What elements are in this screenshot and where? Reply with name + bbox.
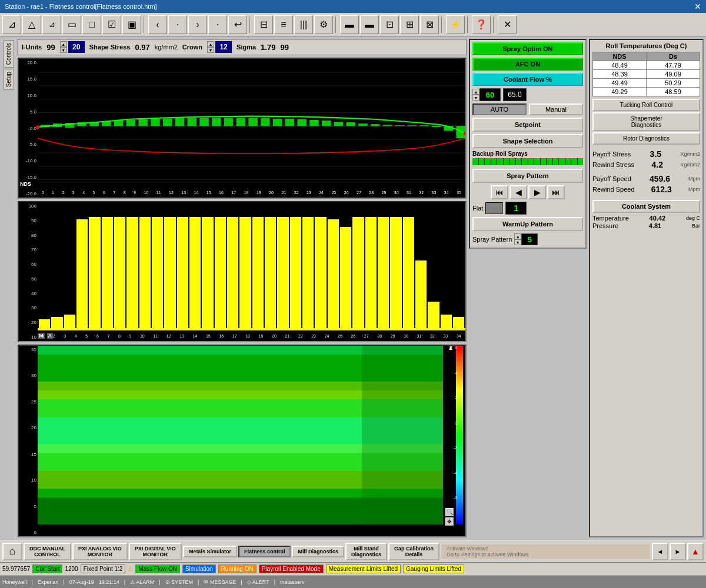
mill-stand-btn[interactable]: Mill StandDiagnostics xyxy=(345,543,387,560)
flatness-ctrl-btn[interactable]: Flatness control xyxy=(238,546,291,557)
heatmap-zoom[interactable]: 🔍 xyxy=(445,508,454,516)
svg-rect-59 xyxy=(362,346,443,524)
flat-input[interactable] xyxy=(485,202,503,214)
metals-sim-btn[interactable]: Metals Simulator xyxy=(183,546,237,557)
bar-29 xyxy=(390,217,401,329)
toolbar-triangle[interactable]: △ xyxy=(22,15,41,34)
rotor-diag-btn[interactable]: Rotor Diagnostics xyxy=(592,132,700,145)
pressure-label: Pressure xyxy=(592,222,618,229)
nav-rewind-fast[interactable]: ⏮ xyxy=(491,185,508,199)
ddc-manual-btn[interactable]: DDC MANUALCONTROL xyxy=(24,543,71,560)
date-label: 07-Aug-19 xyxy=(69,579,94,585)
toolbar-forward[interactable]: › xyxy=(188,15,207,34)
toolbar-box2[interactable]: ⊞ xyxy=(400,15,419,34)
temp-row-4: 49.29 48.59 xyxy=(593,88,700,96)
val20-up[interactable]: ▲ xyxy=(60,41,67,47)
sb4 xyxy=(491,158,497,165)
line-chart-x-axis: 0123456789101112131415161718192021222324… xyxy=(38,187,465,198)
toolbar-dot1[interactable]: · xyxy=(168,15,187,34)
toolbar-undo[interactable]: ↩ xyxy=(228,15,247,34)
heatmap-pan[interactable]: ✥ xyxy=(445,517,454,526)
toolbar-close[interactable]: ✕ xyxy=(498,15,517,34)
coolant-up[interactable]: ▲ xyxy=(472,89,479,95)
toolbar-home[interactable]: ⊿ xyxy=(2,15,21,34)
auto-btn[interactable]: AUTO xyxy=(472,103,527,115)
svg-rect-39 xyxy=(407,125,417,126)
toolbar-box3[interactable]: ⊠ xyxy=(420,15,439,34)
nav-rewind[interactable]: ◀ xyxy=(509,185,527,199)
payoff-stress-unit: Kg/mm2 xyxy=(680,151,700,157)
toolbar-sep3 xyxy=(335,16,338,33)
toolbar-monitor1[interactable]: ▬ xyxy=(340,15,359,34)
svg-rect-29 xyxy=(285,119,295,126)
shape-selection-btn[interactable]: Shape Selection xyxy=(472,134,583,148)
val20-display: 20 xyxy=(68,41,85,53)
close-icon[interactable]: ✕ xyxy=(694,2,701,11)
bar-11 xyxy=(164,217,175,329)
col-ds: Ds xyxy=(647,52,700,61)
sp-down[interactable]: ▼ xyxy=(514,239,521,245)
setpoint-btn[interactable]: Setpoint xyxy=(472,118,583,132)
toolbar-monitor2[interactable]: ▬ xyxy=(360,15,379,34)
sb17 xyxy=(571,158,577,165)
coolant-arrows[interactable]: ▲ ▼ xyxy=(472,89,479,101)
crown-up[interactable]: ▲ xyxy=(207,41,214,47)
val20-arrows[interactable]: ▲ ▼ xyxy=(60,41,67,53)
spray-optimize-btn[interactable]: Spray Optim ON xyxy=(472,42,583,55)
timestamp: 59.977657 xyxy=(2,566,30,572)
temp-nds-2: 48.39 xyxy=(593,70,647,79)
toolbar-check[interactable]: ☑ xyxy=(102,15,121,34)
nav-arrow-left[interactable]: ◄ xyxy=(652,543,668,560)
tab-setup[interactable]: Setup xyxy=(4,69,14,90)
ytick-10: 10.0 xyxy=(20,93,36,98)
toolbar-display[interactable]: ▭ xyxy=(62,15,81,34)
manual-btn[interactable]: Manual xyxy=(529,103,583,115)
nav-forward[interactable]: ▶ xyxy=(528,185,546,199)
gap-cal-btn[interactable]: Gap CalibrationDetails xyxy=(388,543,439,560)
toolbar-print[interactable]: ⊟ xyxy=(254,15,273,34)
sp-up[interactable]: ▲ xyxy=(514,233,521,239)
roll-temp-title: Roll Temperatures (Deg C) xyxy=(592,42,700,49)
svg-rect-16 xyxy=(126,120,136,126)
nav-arrow-right[interactable]: ► xyxy=(670,543,686,560)
spray-pattern-btn[interactable]: Spray Pattern xyxy=(472,169,583,183)
tucking-roll-btn[interactable]: Tucking Roll Control xyxy=(592,99,700,111)
coolant-system-btn[interactable]: Coolant System xyxy=(592,200,700,213)
fixed-point-badge: Fixed Point 1:2 xyxy=(81,564,126,573)
toolbar-signal[interactable]: ⊿ xyxy=(42,15,61,34)
toolbar-window[interactable]: □ xyxy=(82,15,101,34)
bar-34 xyxy=(453,317,464,329)
coolant-down[interactable]: ▼ xyxy=(472,95,479,101)
tab-controls[interactable]: Controls xyxy=(4,40,14,68)
coolant-flow-btn[interactable]: Coolant Flow % xyxy=(472,73,583,86)
toolbar-list[interactable]: ≡ xyxy=(274,15,293,34)
pxi-analog-btn[interactable]: PXI ANALOG VIOMONITOR xyxy=(72,543,128,560)
crown-label: Crown xyxy=(182,44,202,51)
svg-rect-33 xyxy=(334,122,344,126)
crown-down[interactable]: ▼ xyxy=(207,47,214,53)
sp-arrows[interactable]: ▲ ▼ xyxy=(514,233,521,245)
toolbar-box1[interactable]: ⊡ xyxy=(380,15,399,34)
mill-diag-btn[interactable]: Mill Diagnostics xyxy=(292,546,344,557)
toolbar-dot2[interactable]: · xyxy=(208,15,227,34)
home-icon-btn[interactable]: ⌂ xyxy=(2,543,22,560)
nav-forward-fast[interactable]: ⏭ xyxy=(547,185,565,199)
warmup-pattern-btn[interactable]: WarmUp Pattern xyxy=(472,217,583,231)
shapemeter-diag-btn[interactable]: Shapemeter Diagnostics xyxy=(592,112,700,131)
svg-rect-32 xyxy=(322,121,331,126)
crown-arrows[interactable]: ▲ ▼ xyxy=(207,41,214,53)
toolbar-back[interactable]: ‹ xyxy=(148,15,167,34)
title-text: Station - rae1 - Flatness control[Flatne… xyxy=(5,3,157,10)
toolbar-help[interactable]: ❓ xyxy=(472,15,491,34)
spray-bars xyxy=(472,158,583,165)
mass-flow-badge: Mass Flow ON xyxy=(135,564,180,573)
afc-on-btn[interactable]: AFC ON xyxy=(472,58,583,71)
nav-arrow-up[interactable]: ▲ xyxy=(687,543,704,560)
toolbar-grid[interactable]: ▣ xyxy=(122,15,141,34)
toolbar-lightning[interactable]: ⚡ xyxy=(446,15,465,34)
toolbar-bars[interactable]: ||| xyxy=(294,15,313,34)
sb5 xyxy=(497,158,503,165)
toolbar-gear[interactable]: ⚙ xyxy=(314,15,333,34)
val20-down[interactable]: ▼ xyxy=(60,47,67,53)
pxi-digital-btn[interactable]: PXI DIGITAL VIOMONITOR xyxy=(129,543,182,560)
